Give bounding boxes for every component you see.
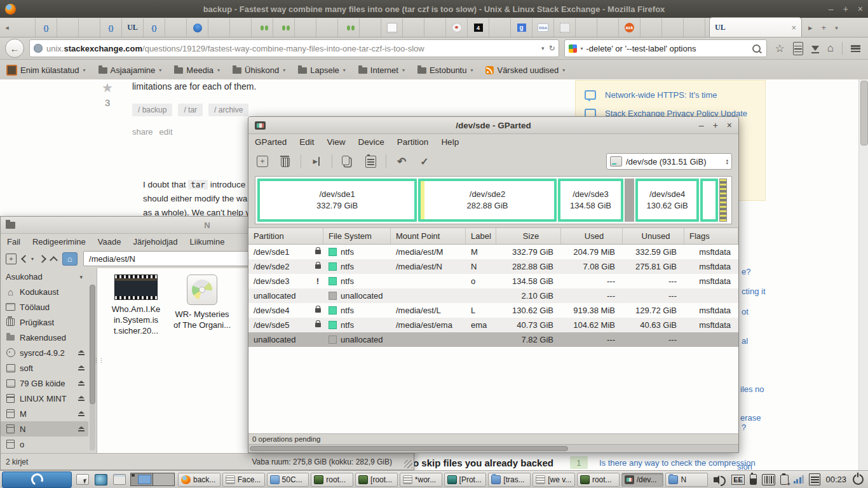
bookmark-folder[interactable]: Värsked uudised▾: [485, 65, 565, 75]
related-link-fragment[interactable]: erase: [740, 413, 761, 423]
browser-tab[interactable]: [14, 18, 36, 37]
menu-gparted[interactable]: GParted: [255, 137, 287, 147]
partition-row[interactable]: /dev/sde4ntfs/media/est/LL130.62 GiB919.…: [248, 303, 738, 318]
minimize-icon[interactable]: –: [829, 4, 834, 14]
browser-tab[interactable]: [576, 18, 597, 37]
menu-view[interactable]: View: [327, 137, 346, 147]
bookmark-folder[interactable]: Asjaajamine▾: [98, 65, 162, 75]
column-header[interactable]: Size: [496, 228, 561, 244]
network-signal-icon[interactable]: [794, 475, 804, 484]
sidebar-scrollbar[interactable]: [90, 285, 95, 451]
related-link-fragment[interactable]: cting it: [742, 287, 766, 296]
forward-icon[interactable]: [38, 255, 46, 263]
related-link-fragment[interactable]: ?: [742, 423, 746, 432]
search-input[interactable]: ▾ -delete' or '--test-label' options: [564, 39, 767, 57]
column-header[interactable]: File System: [323, 228, 391, 244]
site-identity-globe-icon[interactable]: [34, 44, 43, 53]
column-header[interactable]: Unused: [623, 228, 684, 244]
workspace-2[interactable]: [153, 473, 175, 485]
taskbar-window-button[interactable]: [we v...: [532, 473, 575, 487]
google-engine-icon[interactable]: [569, 44, 577, 53]
gparted-titlebar[interactable]: /dev/sde - GParted – + ×: [248, 117, 738, 134]
web-browser-launcher[interactable]: [93, 472, 109, 487]
taskbar-window-button[interactable]: root...: [311, 473, 353, 487]
partition-segment[interactable]: /dev/sde3134.58 GiB: [558, 179, 623, 222]
browser-tab[interactable]: ask: [619, 18, 641, 37]
eject-icon[interactable]: [78, 381, 85, 386]
start-menu-button[interactable]: [2, 471, 72, 488]
search-icon[interactable]: [752, 44, 761, 53]
taskbar-window-button[interactable]: /dev...: [621, 473, 664, 487]
up-icon[interactable]: [50, 256, 58, 264]
device-selector[interactable]: /dev/sde (931.51 GiB) ▴▾: [606, 153, 732, 170]
browser-tab[interactable]: [381, 18, 403, 37]
maximize-icon[interactable]: +: [713, 120, 718, 130]
related-link-fragment[interactable]: al: [742, 336, 748, 346]
file-item[interactable]: WR- Mysteries of The Organi...: [171, 274, 233, 330]
partition-segment[interactable]: /dev/sde2282.88 GiB: [418, 179, 557, 222]
scrollbar-thumb[interactable]: [250, 446, 568, 451]
browser-tab[interactable]: [165, 18, 187, 37]
menu-item[interactable]: Järjehoidjad: [133, 237, 177, 247]
eject-icon[interactable]: [78, 350, 85, 355]
resize-grip[interactable]: [404, 460, 412, 468]
downloads-icon[interactable]: [811, 46, 819, 51]
taskbar-window-button[interactable]: N: [665, 473, 708, 487]
close-icon[interactable]: ×: [727, 120, 732, 130]
sidebar-item[interactable]: soft: [1, 360, 88, 376]
undo-button[interactable]: ↶: [394, 154, 409, 169]
sidebar-item[interactable]: N: [1, 421, 88, 437]
bookmark-folder[interactable]: Ühiskond▾: [233, 65, 285, 75]
menu-item[interactable]: Liikumine: [190, 237, 225, 247]
new-tab-icon[interactable]: +: [822, 23, 827, 32]
related-link-fragment[interactable]: ot: [742, 307, 749, 316]
menu-device[interactable]: Device: [358, 137, 384, 147]
column-header[interactable]: Mount Point: [391, 228, 466, 244]
partition-row[interactable]: unallocatedunallocated7.82 GiB------: [248, 332, 738, 347]
partition-segment[interactable]: /dev/sde1332.79 GiB: [257, 179, 417, 222]
menu-edit[interactable]: Edit: [299, 137, 314, 147]
scroll-tabs-left-icon[interactable]: ◂: [0, 18, 14, 37]
partition-segment[interactable]: [700, 179, 717, 222]
menu-partition[interactable]: Partition: [397, 137, 429, 147]
paste-button[interactable]: [363, 154, 378, 169]
partition-segment[interactable]: /dev/sde4130.62 GiB: [635, 179, 699, 222]
eject-icon[interactable]: [78, 411, 85, 416]
browser-tab[interactable]: [338, 18, 360, 37]
workspace-1[interactable]: [131, 473, 153, 485]
scrollbar-thumb[interactable]: [860, 81, 868, 146]
sidebar-item[interactable]: M: [1, 406, 88, 421]
list-tabs-icon[interactable]: ▾: [835, 25, 838, 31]
sidebar-item[interactable]: LINUX MINT: [1, 391, 88, 406]
browser-tab[interactable]: [684, 18, 705, 37]
taskbar-window-button[interactable]: [tras...: [488, 473, 531, 487]
browser-tab[interactable]: [316, 18, 338, 37]
bookmarks-menu-icon[interactable]: [793, 42, 803, 55]
delete-partition-button[interactable]: [278, 154, 293, 169]
power-icon[interactable]: [853, 474, 864, 485]
partition-row[interactable]: /dev/sde3!ntfso134.58 GiB------msftdata: [248, 274, 738, 288]
clipboard-icon[interactable]: [780, 475, 789, 485]
share-link[interactable]: share: [132, 127, 153, 137]
bookmark-folder[interactable]: Enim külastatud▾: [6, 65, 86, 76]
search-value[interactable]: -delete' or '--test-label' options: [586, 44, 749, 53]
browser-tab[interactable]: [446, 18, 468, 37]
show-desktop-button[interactable]: [112, 472, 127, 487]
notice-link[interactable]: Network-wide HTTPS: It's time: [605, 90, 717, 100]
page-scrollbar[interactable]: [858, 79, 868, 470]
spinner-icons[interactable]: ▴▾: [726, 158, 728, 165]
sidebar-item[interactable]: Töölaud: [1, 299, 88, 315]
copy-button[interactable]: [340, 154, 355, 169]
close-icon[interactable]: ×: [858, 4, 863, 14]
eject-icon[interactable]: [78, 426, 85, 431]
scroll-tabs-right-icon[interactable]: ▸: [808, 23, 813, 32]
url-bar[interactable]: unix.stackexchange.com/questions/19129/f…: [29, 39, 559, 57]
browser-tab[interactable]: [597, 18, 619, 37]
keyboard-layout-indicator[interactable]: EE: [731, 475, 745, 485]
reload-icon[interactable]: ↻: [548, 44, 555, 53]
taskbar-window-button[interactable]: back...: [178, 473, 220, 487]
taskbar-window-button[interactable]: [root...: [355, 473, 398, 487]
browser-tab[interactable]: 4: [468, 18, 489, 37]
pane-splitter[interactable]: ⋮⋮: [93, 357, 104, 363]
browser-tab[interactable]: [252, 18, 273, 37]
